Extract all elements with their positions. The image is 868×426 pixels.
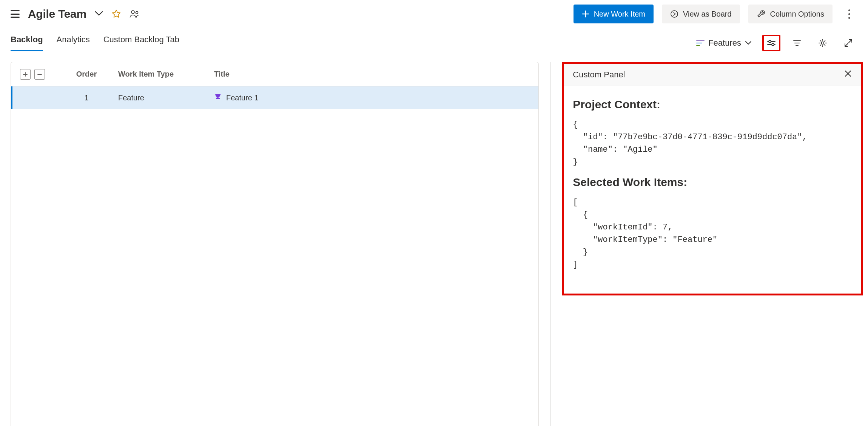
new-work-item-label: New Work Item [594,10,645,18]
tab-analytics[interactable]: Analytics [57,35,90,51]
column-options-label: Column Options [770,10,824,18]
row-type: Feature [113,94,204,102]
settings-button[interactable] [814,35,832,51]
view-as-board-label: View as Board [683,10,732,18]
wrench-icon [757,9,766,18]
svg-point-2 [671,11,678,17]
more-actions-button[interactable] [841,5,857,23]
svg-point-4 [769,40,771,43]
project-context-json: { "id": "77b7e9bc-37d0-4771-839c-919d9dd… [573,118,852,168]
backlog-level-picker[interactable]: Features [693,38,755,48]
custom-panel: Custom Panel Project Context: { "id": "7… [562,62,863,295]
split-divider[interactable] [550,62,550,426]
custom-panel-toggle-button[interactable] [762,35,780,51]
selected-items-heading: Selected Work Items: [573,176,852,189]
team-picker-chevron-icon[interactable] [95,11,103,17]
grid-header: Order Work Item Type Title [11,62,538,86]
new-work-item-button[interactable]: New Work Item [574,5,654,23]
tabs-bar: BacklogAnalyticsCustom Backlog Tab Featu… [0,28,868,51]
table-row[interactable]: 1FeatureFeature 1 [11,86,538,109]
collapse-all-button[interactable] [34,69,45,80]
project-context-heading: Project Context: [573,98,852,111]
col-title[interactable]: Title [204,70,538,78]
svg-point-1 [136,12,138,14]
menu-icon[interactable] [11,10,20,18]
plus-icon [582,10,589,18]
chevron-down-icon [745,41,752,45]
page-header: Agile Team New Work Item View as [0,0,868,28]
expand-all-button[interactable] [20,69,31,80]
col-order[interactable]: Order [60,70,113,78]
backlog-level-label: Features [708,38,741,48]
svg-point-0 [131,11,134,14]
view-as-board-button[interactable]: View as Board [662,5,740,23]
col-work-item-type[interactable]: Work Item Type [113,70,204,78]
tab-backlog[interactable]: Backlog [11,35,43,51]
row-order: 1 [60,94,113,102]
svg-point-6 [772,43,774,46]
feature-icon [214,93,222,103]
selected-items-json: [ { "workItemId": 7, "workItemType": "Fe… [573,196,852,271]
backlog-grid: Order Work Item Type Title 1FeatureFeatu… [11,62,539,426]
team-name: Agile Team [28,8,86,20]
filter-button[interactable] [788,35,806,51]
favorite-star-icon[interactable] [111,9,121,19]
svg-point-10 [822,42,824,44]
column-options-button[interactable]: Column Options [748,5,833,23]
team-members-icon[interactable] [130,10,140,18]
tab-custom-backlog-tab[interactable]: Custom Backlog Tab [103,35,179,51]
arrow-circle-icon [670,10,678,18]
close-panel-button[interactable] [844,70,852,80]
panel-title: Custom Panel [573,70,625,80]
fullscreen-button[interactable] [839,35,857,51]
backlog-level-icon [696,40,705,46]
row-title: Feature 1 [204,93,538,103]
